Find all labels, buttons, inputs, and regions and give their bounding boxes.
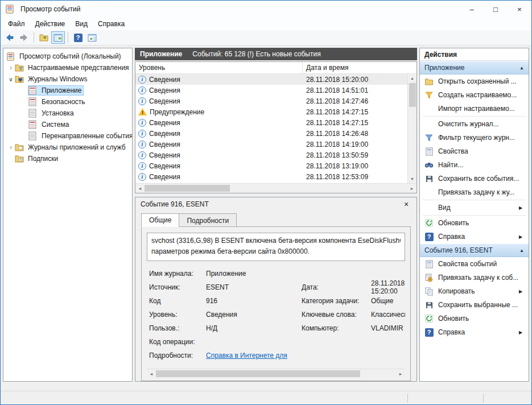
- event-row[interactable]: iСведения 28.11.2018 14:27:46: [135, 96, 416, 106]
- menu-action[interactable]: Действие: [30, 18, 71, 30]
- tree-item-apps-services-logs[interactable]: › Журналы приложений и служб: [3, 142, 132, 153]
- event-list-header: Уровень Дата и время: [135, 62, 416, 74]
- help-button[interactable]: ?: [71, 31, 85, 44]
- forwarded-log-icon: [28, 131, 38, 140]
- action-label: Справка: [438, 233, 519, 241]
- event-level: Сведения: [149, 130, 180, 138]
- back-button[interactable]: [3, 31, 17, 44]
- event-list-vertical-scrollbar[interactable]: ▲ ▼: [407, 74, 416, 183]
- event-row[interactable]: !Предупреждение 28.11.2018 14:27:15: [135, 106, 416, 117]
- show-action-pane-button[interactable]: [85, 31, 99, 44]
- action-clear-log[interactable]: Очистить журнал...: [420, 117, 529, 131]
- close-icon[interactable]: ×: [401, 200, 411, 209]
- tree-item-windows-logs[interactable]: ∨ Журналы Windows: [3, 73, 132, 85]
- open-saved-log-button[interactable]: [37, 31, 51, 44]
- scroll-down-icon[interactable]: ▼: [408, 175, 416, 183]
- event-row[interactable]: iСведения 28.11.2018 13:50:59: [135, 150, 416, 160]
- info-icon: i: [138, 86, 146, 94]
- column-datetime[interactable]: Дата и время: [303, 62, 352, 73]
- action-refresh[interactable]: Обновить: [420, 216, 529, 230]
- action-properties[interactable]: Свойства: [420, 144, 529, 158]
- tree-item-custom-views[interactable]: › Настраиваемые представления: [3, 62, 132, 73]
- horizontal-scroll-thumb[interactable]: [156, 370, 360, 377]
- tab-general[interactable]: Общие: [141, 213, 179, 227]
- event-row[interactable]: iСведения 28.11.2018 13:19:00: [135, 160, 416, 171]
- action-view-submenu[interactable]: Вид ▶: [420, 201, 529, 214]
- actions-section-event[interactable]: Событие 916, ESENT ▲: [420, 243, 529, 257]
- action-copy-submenu[interactable]: Копировать ▶: [420, 284, 529, 298]
- tree-apps-services-label: Журналы приложений и служб: [26, 143, 127, 152]
- vertical-scroll-thumb[interactable]: [409, 83, 416, 107]
- tree-item-security[interactable]: Безопасность: [3, 96, 132, 108]
- maximize-button[interactable]: □: [484, 1, 508, 18]
- action-create-custom-view[interactable]: Создать настраиваемо...: [420, 88, 529, 102]
- action-save-all-events[interactable]: Сохранить все события...: [420, 172, 529, 185]
- horizontal-scroll-thumb[interactable]: [145, 185, 230, 192]
- event-datetime: 28.11.2018 14:19:00: [303, 140, 368, 148]
- action-import-custom-view[interactable]: Импорт настраиваемо...: [420, 102, 529, 115]
- field-level-label: Уровень:: [149, 311, 206, 319]
- event-row[interactable]: iСведения 28.11.2018 14:51:01: [135, 85, 416, 96]
- tree-item-subscriptions[interactable]: Подписки: [3, 153, 132, 164]
- forward-button[interactable]: [17, 31, 31, 44]
- status-separator: [407, 394, 408, 403]
- chevron-right-icon[interactable]: ›: [7, 143, 15, 151]
- event-row[interactable]: iСведения 28.11.2018 15:20:00: [135, 74, 416, 85]
- tree-root-label: Просмотр событий (Локальный): [18, 52, 123, 61]
- action-attach-task-to-event[interactable]: Привязать задачу к соб...: [420, 271, 529, 284]
- open-folder-icon: [424, 77, 434, 86]
- field-date-label: Дата:: [302, 283, 371, 291]
- event-list-horizontal-scrollbar[interactable]: ◄ ►: [135, 183, 416, 193]
- action-label: Фильтр текущего журн...: [438, 134, 529, 142]
- tree-item-system[interactable]: Система: [3, 119, 132, 130]
- menu-view[interactable]: Вид: [70, 18, 93, 30]
- action-save-selected-events[interactable]: Сохранить выбранные ...: [420, 298, 529, 312]
- action-filter-current-log[interactable]: Фильтр текущего журн...: [420, 131, 529, 144]
- action-open-saved-log[interactable]: Открыть сохраненный ...: [420, 75, 529, 88]
- action-help-submenu[interactable]: ? Справка ▶: [420, 230, 529, 243]
- no-icon: [424, 188, 434, 197]
- action-attach-task-to-log[interactable]: Привязать задачу к жу...: [420, 185, 529, 199]
- collapse-icon[interactable]: ▲: [519, 248, 524, 253]
- online-help-link[interactable]: Справка в Интернете для: [206, 352, 287, 359]
- event-description[interactable]: svchost (3316,G,98) В ESENT включена бет…: [147, 233, 405, 261]
- chevron-right-icon[interactable]: ›: [7, 64, 15, 72]
- actions-section-application[interactable]: Приложение ▲: [420, 61, 529, 75]
- close-button[interactable]: ×: [508, 1, 531, 18]
- event-row[interactable]: iСведения 28.11.2018 12:53:09: [135, 171, 416, 182]
- detail-horizontal-scrollbar[interactable]: ◄ ►: [147, 369, 405, 378]
- action-help-event-submenu[interactable]: ? Справка ▶: [420, 325, 529, 339]
- chevron-down-icon[interactable]: ∨: [7, 76, 15, 82]
- scroll-left-icon[interactable]: ◄: [147, 372, 156, 376]
- action-label: Справка: [438, 328, 519, 336]
- scroll-right-icon[interactable]: ►: [407, 187, 416, 191]
- scroll-right-icon[interactable]: ►: [396, 372, 405, 376]
- field-keywords-label: Ключевые слова:: [302, 311, 371, 319]
- column-level[interactable]: Уровень: [135, 62, 303, 73]
- event-description-line: параметров режима бета-версии сайта 0x80…: [151, 246, 401, 257]
- action-find[interactable]: Найти...: [420, 158, 529, 172]
- menu-help[interactable]: Справка: [93, 18, 130, 30]
- event-row[interactable]: iСведения 28.11.2018 14:26:48: [135, 128, 416, 139]
- action-label: Импорт настраиваемо...: [438, 105, 529, 113]
- minimize-button[interactable]: –: [460, 1, 484, 18]
- find-binoculars-icon: [424, 160, 434, 170]
- window-title: Просмотр событий: [20, 5, 460, 13]
- tree-item-application[interactable]: Приложение: [3, 85, 132, 96]
- event-row[interactable]: iСведения 28.11.2018 14:19:00: [135, 139, 416, 150]
- action-refresh-event[interactable]: Обновить: [420, 312, 529, 325]
- collapse-icon[interactable]: ▲: [519, 65, 524, 71]
- console-window-icon: [53, 34, 63, 42]
- action-label: Создать настраиваемо...: [438, 91, 529, 99]
- scroll-up-icon[interactable]: ▲: [408, 74, 416, 82]
- tree-item-forwarded-events[interactable]: Перенаправленные события: [3, 130, 132, 142]
- show-console-tree-button[interactable]: [51, 31, 65, 44]
- tree-item-root[interactable]: Просмотр событий (Локальный): [3, 51, 132, 62]
- scroll-left-icon[interactable]: ◄: [135, 187, 145, 191]
- actions-pane: Действия Приложение ▲ Открыть сохраненны…: [419, 48, 529, 382]
- menu-file[interactable]: Файл: [3, 18, 30, 30]
- action-event-properties[interactable]: Свойства событий: [420, 257, 529, 271]
- event-row[interactable]: iСведения 28.11.2018 14:27:15: [135, 117, 416, 128]
- tab-details[interactable]: Подробности: [179, 213, 237, 227]
- tree-item-setup[interactable]: Установка: [3, 108, 132, 119]
